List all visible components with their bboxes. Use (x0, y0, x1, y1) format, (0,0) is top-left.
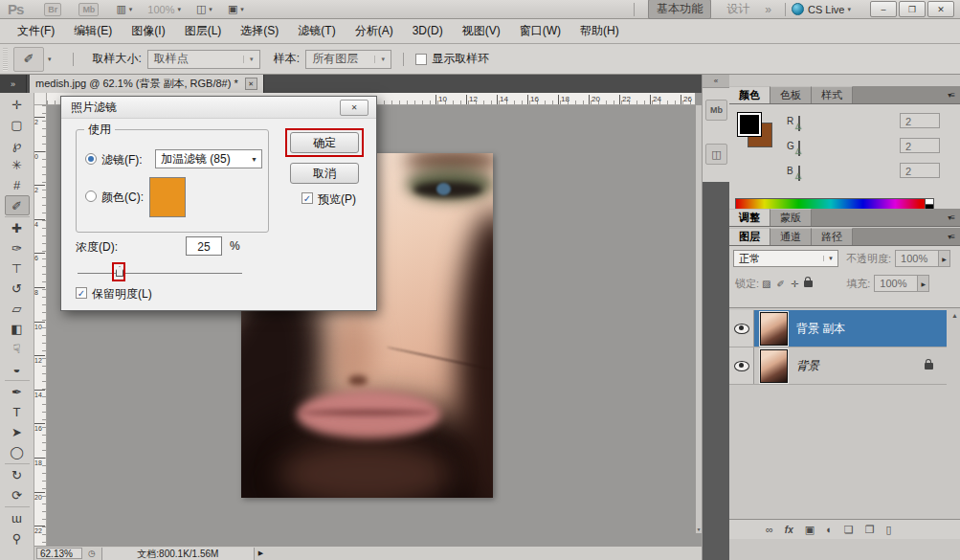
tab-channels[interactable]: 通道 (770, 228, 812, 245)
layer-thumbnail[interactable] (760, 349, 788, 383)
foreground-color-swatch[interactable] (737, 112, 762, 137)
menu-analysis[interactable]: 分析(A) (346, 19, 403, 43)
dodge-tool[interactable]: ◒ (5, 359, 30, 379)
filmstrip-icon[interactable]: ▥ (116, 3, 125, 15)
menu-select[interactable]: 选择(S) (231, 19, 288, 43)
layer-name[interactable]: 背景 (796, 358, 819, 374)
sample-size-select[interactable]: 取样点 ▾ (147, 50, 260, 69)
vertical-ruler[interactable]: 2 0 2 4 6 8 10 12 14 16 18 20 22 (34, 105, 47, 546)
fill-field[interactable]: 100% (874, 275, 918, 292)
smudge-tool[interactable]: ☟ (5, 339, 30, 359)
panel-menu-icon[interactable]: ▾≡ (942, 229, 960, 245)
fill-spinner-icon[interactable]: ▶ (918, 275, 929, 292)
visibility-toggle[interactable] (729, 310, 754, 347)
type-tool[interactable]: T (5, 402, 30, 422)
workspace-basic-button[interactable]: 基本功能 (648, 0, 711, 19)
path-selection-tool[interactable]: ➤ (5, 422, 30, 442)
green-slider-thumb[interactable]: △ (795, 146, 801, 155)
new-layer-icon[interactable]: ❐ (865, 524, 875, 536)
dock-chevron-icon[interactable]: » (0, 75, 27, 93)
blend-mode-select[interactable]: 正常 ▼ (733, 250, 838, 267)
panel-menu-icon[interactable]: ▾≡ (942, 210, 960, 226)
red-slider-thumb[interactable]: △ (795, 122, 801, 130)
status-zoom-field[interactable]: 62.13% (36, 548, 82, 559)
density-slider-thumb[interactable] (116, 266, 123, 277)
3d-orbit-tool[interactable]: ⟳ (5, 485, 30, 505)
dialog-titlebar[interactable]: 照片滤镜 ✕ (61, 97, 376, 119)
menu-3d[interactable]: 3D(D) (403, 19, 453, 43)
blue-slider-thumb[interactable]: △ (795, 171, 801, 180)
show-sampling-ring-checkbox[interactable]: ✓ (415, 54, 427, 65)
visibility-toggle[interactable] (729, 347, 754, 384)
minibridge-button[interactable]: Mb (78, 3, 99, 16)
vertical-scrollbar[interactable]: ▼ (695, 105, 702, 533)
screen-mode-icon[interactable]: ▣ (228, 3, 237, 15)
blue-value-field[interactable]: 2 (900, 163, 940, 178)
tab-adjustments[interactable]: 调整 (729, 209, 770, 226)
tab-color[interactable]: 颜色 (729, 86, 770, 103)
brush-tool[interactable]: ✑ (5, 238, 30, 258)
link-layers-icon[interactable]: ∞ (766, 524, 773, 535)
preview-checkbox[interactable]: ✓ (301, 192, 313, 204)
menu-help[interactable]: 帮助(H) (570, 19, 629, 43)
restore-button[interactable]: ❐ (899, 1, 926, 17)
tab-masks[interactable]: 蒙版 (770, 209, 812, 226)
menu-edit[interactable]: 编辑(E) (64, 19, 122, 43)
layer-style-icon[interactable]: fx (785, 525, 793, 535)
menu-image[interactable]: 图像(I) (122, 19, 174, 43)
healing-brush-tool[interactable]: ✚ (5, 218, 30, 238)
density-input[interactable]: 25 (186, 236, 222, 256)
filter-select[interactable]: 加温滤镜 (85) ▼ (155, 149, 262, 168)
color-radio[interactable] (85, 190, 97, 205)
workspace-more-button[interactable]: » (765, 3, 771, 16)
hand-tool[interactable]: ɯ (5, 508, 30, 528)
cancel-button[interactable]: 取消 (290, 163, 359, 184)
green-value-field[interactable]: 2 (900, 138, 940, 153)
quick-selection-tool[interactable]: ✳ (5, 155, 30, 175)
lock-all-icon[interactable] (804, 280, 813, 287)
bridge-button[interactable]: Br (44, 3, 61, 16)
new-group-icon[interactable]: ❏ (844, 524, 854, 536)
zoom-caret-icon[interactable]: ▾ (177, 6, 181, 13)
tab-close-icon[interactable]: ✕ (245, 78, 257, 90)
collapse-dock-icon[interactable]: « (703, 75, 729, 88)
menu-filter[interactable]: 滤镜(T) (288, 19, 345, 43)
eyedropper-preset-button[interactable]: ✐ (13, 47, 44, 72)
minibridge-panel-button[interactable]: Mb (705, 100, 727, 121)
luminosity-checkbox[interactable]: ✓ (76, 287, 87, 299)
cs-live-caret-icon[interactable]: ▾ (847, 6, 851, 13)
layer-name[interactable]: 背景 副本 (796, 321, 845, 337)
history-panel-button[interactable]: ◫ (705, 144, 727, 165)
opacity-spinner-icon[interactable]: ▶ (939, 250, 950, 267)
eraser-tool[interactable]: ▱ (5, 299, 30, 319)
zoom-level-control[interactable]: 100% (147, 4, 174, 15)
tab-styles[interactable]: 样式 (812, 86, 853, 103)
filmstrip-caret-icon[interactable]: ▾ (129, 6, 133, 13)
menu-window[interactable]: 窗口(W) (510, 19, 570, 43)
layer-mask-icon[interactable]: ▣ (805, 524, 815, 536)
screen-mode-caret-icon[interactable]: ▾ (240, 6, 244, 13)
gradient-tool[interactable]: ◧ (5, 319, 30, 339)
red-value-field[interactable]: 2 (900, 113, 940, 128)
adjustment-layer-icon[interactable]: ◐ (826, 524, 833, 535)
menu-layer[interactable]: 图层(L) (175, 19, 232, 43)
lock-pixels-icon[interactable]: ✐ (777, 279, 785, 289)
clone-stamp-tool[interactable]: ⊤ (5, 258, 30, 279)
tab-paths[interactable]: 路径 (812, 228, 853, 245)
tab-layers[interactable]: 图层 (729, 228, 770, 245)
layer-row-background-copy[interactable]: 背景 副本 (729, 310, 947, 347)
lasso-tool[interactable]: ℘ (5, 135, 30, 155)
sample-select[interactable]: 所有图层 ▾ (305, 50, 391, 69)
status-menu-icon[interactable]: ▶ (258, 549, 263, 557)
cs-live-button[interactable]: CS Live (808, 4, 845, 15)
delete-layer-icon[interactable]: ▯ (886, 524, 892, 536)
eyedropper-tool[interactable]: ✐ (5, 195, 30, 215)
layer-row-background[interactable]: 背景 (729, 347, 947, 385)
ellipse-tool[interactable]: ◯ (5, 442, 30, 462)
lock-position-icon[interactable]: ✛ (791, 279, 798, 289)
move-tool[interactable]: ✛ (5, 95, 30, 115)
view-extras-icon[interactable]: ◫ (196, 3, 206, 15)
lock-transparent-icon[interactable]: ▨ (762, 279, 770, 289)
tab-swatches[interactable]: 色板 (770, 86, 812, 103)
pen-tool[interactable]: ✒ (5, 382, 30, 402)
